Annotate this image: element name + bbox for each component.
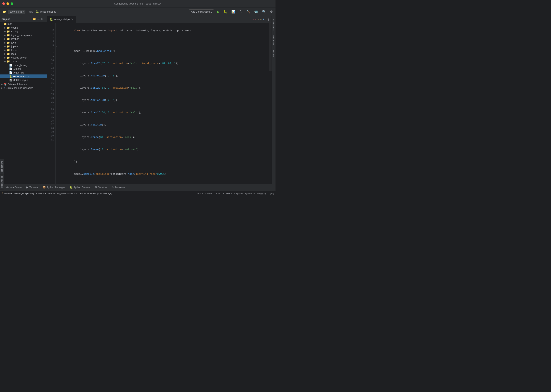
code-line-8: layers.Conv2D(64, 3, activation='relu'),	[59, 106, 272, 119]
debug-button[interactable]: 🐛	[222, 9, 229, 14]
folder-label: .java	[11, 41, 16, 44]
bottom-tab-services[interactable]: ⚙ Services	[93, 184, 109, 190]
download-speed: ↓ 36 B/s	[195, 192, 203, 195]
sidebar-tab-sciview[interactable]: SciView	[272, 47, 276, 60]
window-title: Connected to t9kuser's mnt – keras_mnist…	[114, 2, 161, 5]
code-editor[interactable]: 12345 678910 1112131415 1617181920 21222…	[47, 23, 272, 184]
tree-item-vscode-server[interactable]: ▶ 📁 .vscode-server	[0, 56, 47, 59]
bottom-tab-python-console[interactable]: 🐍 Python Console	[68, 184, 92, 190]
arrow-icon: ▶	[4, 30, 6, 33]
structure-tab[interactable]: Structure	[0, 159, 4, 174]
bottom-tab-problems[interactable]: ⚠ Problems	[110, 184, 127, 190]
cursor-position: 13:30	[214, 192, 220, 195]
docker-button[interactable]: 🐳	[253, 9, 259, 14]
sidebar-collapse-icon[interactable]: −	[44, 17, 46, 21]
library-icon: 📚	[4, 83, 7, 86]
ip-badge[interactable]: 100.64.4.56 ▾	[8, 10, 25, 14]
coverage-button[interactable]: 📊	[230, 9, 236, 14]
info-count-badge[interactable]: ℹ 1	[263, 18, 266, 21]
folder-icon: 📁	[7, 52, 10, 55]
bottom-tab-label: Python Console	[74, 186, 91, 189]
arrow-icon: ▶	[4, 34, 6, 36]
tree-item-ipython[interactable]: ▶ 📁 .ipython	[0, 37, 47, 41]
sidebar-tab-database[interactable]: Database	[272, 33, 276, 47]
bookmarks-tab[interactable]: Bookmarks	[0, 174, 4, 189]
tree-item-viminfo[interactable]: ▶ 📄 .viminfo	[0, 67, 47, 71]
run-button[interactable]: ▶	[216, 9, 221, 15]
editor-menu-icon[interactable]: ⋮	[267, 18, 270, 21]
folder-label: .config	[11, 30, 18, 33]
file-label: Untitled.ipynb	[13, 79, 28, 82]
code-line-2	[59, 37, 272, 41]
vertical-minimap[interactable]	[269, 23, 272, 184]
tab-label: keras_mnist.py	[54, 18, 70, 21]
tree-item-local[interactable]: ▶ 📁 .local	[0, 52, 47, 56]
file-label: .bash_history	[13, 64, 28, 67]
tree-item-keras-mnist[interactable]: ▶ 🐍 keras_mnist.py	[0, 74, 47, 78]
add-config-button[interactable]: Add Configuration...	[189, 9, 214, 14]
right-sidebars: Notifications Database SciView	[272, 16, 276, 184]
maximize-button[interactable]	[11, 2, 13, 5]
tree-item-external-libs[interactable]: ▶ 📚 External Libraries	[0, 82, 47, 86]
root-label: mnt	[7, 23, 12, 25]
folder-icon: 📁	[7, 34, 10, 37]
code-line-9: layers.Flatten(),	[59, 119, 272, 131]
python-packages-icon: 📦	[42, 186, 46, 189]
build-button[interactable]: 🔨	[245, 9, 251, 14]
folder-label: .cache	[11, 26, 18, 29]
arrow-icon: ▶	[4, 38, 6, 40]
path-mnt: mnt	[28, 10, 33, 13]
status-warning-text: External file changes sync may be slow: …	[4, 192, 112, 195]
sidebar-header: Project 📂 ☰ ⚙ −	[0, 16, 47, 22]
upload-speed: ↑76 B/s	[205, 192, 212, 195]
bottom-tab-version-control[interactable]: ⬆ Version Control	[1, 184, 24, 190]
tree-item-untitled-ipynb[interactable]: ▶ 📓 Untitled.ipynb	[0, 78, 47, 82]
error-count-badge[interactable]: ⚠ 6	[253, 18, 256, 21]
settings-button[interactable]: ⚙	[269, 9, 274, 14]
minimize-button[interactable]	[7, 2, 9, 5]
project-icon-btn[interactable]: 📁	[2, 9, 7, 14]
sidebar-folder-icon[interactable]: 📂	[33, 17, 36, 21]
profile-button[interactable]: ⏱	[238, 9, 244, 14]
code-line-6: layers.Conv2D(64, 3, activation='relu'),	[59, 82, 272, 94]
ip-dropdown-icon: ▾	[23, 11, 24, 13]
tab-keras-mnist[interactable]: 🐍 keras_mnist.py ✕	[47, 16, 76, 23]
tree-item-config[interactable]: ▶ 📁 .config	[0, 29, 47, 33]
code-content[interactable]: from tensorflow.keras import callbacks, …	[56, 23, 272, 184]
warning-count-badge[interactable]: ⚠ 9	[258, 18, 261, 21]
code-line-13: model.compile(optimizer=optimizers.Adam(…	[59, 168, 272, 180]
sidebar-filter-icon[interactable]: ☰	[37, 17, 40, 21]
sidebar-settings-icon[interactable]: ⚙	[41, 17, 42, 21]
path-separator-1: ›	[27, 10, 27, 13]
project-sidebar: Project 📂 ☰ ⚙ − ▾ 📁 mnt ▶ 📁 .cache ▶	[0, 16, 47, 184]
code-line-10: layers.Dense(64, activation='relu'),	[59, 131, 272, 143]
sidebar-tab-notifications[interactable]: Notifications	[272, 16, 276, 33]
arrow-icon: ▶	[4, 53, 6, 55]
sidebar-tree: ▾ 📁 mnt ▶ 📁 .cache ▶ 📁 .config ▶ 📁 .ipyn…	[0, 22, 47, 184]
arrow-icon: ▶	[4, 60, 6, 63]
bottom-tab-terminal[interactable]: ▶ Terminal	[24, 184, 40, 190]
code-line-11: layers.Dense(10, activation='softmax'),	[59, 143, 272, 156]
tree-item-keras[interactable]: ▶ 📁 .keras	[0, 48, 47, 52]
window-controls[interactable]	[2, 2, 13, 5]
code-line-3: ▷ model = models.Sequential([	[59, 41, 272, 57]
bottom-tab-python-packages[interactable]: 📦 Python Packages	[41, 184, 67, 190]
tree-item-cache[interactable]: ▶ 📁 .cache	[0, 26, 47, 29]
folder-label: .ipython	[11, 38, 19, 40]
tree-item-xuda[interactable]: ▶ 📁 .xuda	[0, 59, 47, 63]
tree-item-java[interactable]: ▶ 📁 .java	[0, 41, 47, 44]
tab-close-icon[interactable]: ✕	[71, 18, 73, 21]
tree-item-wget-hsts[interactable]: ▶ 📄 .wget-hsts	[0, 71, 47, 74]
tree-root-mnt[interactable]: ▾ 📁 mnt	[0, 22, 47, 26]
tree-item-scratches[interactable]: ▶ ✏ Scratches and Consoles	[0, 86, 47, 90]
search-button[interactable]: 🔍	[261, 9, 267, 14]
folder-icon: 📁	[7, 37, 10, 40]
close-button[interactable]	[2, 2, 5, 5]
code-line-12: ])	[59, 156, 272, 168]
tree-item-bash-history[interactable]: ▶ 📄 .bash_history	[0, 63, 47, 67]
folder-label: .vscode-server	[11, 56, 27, 59]
tree-item-ipynb-checkpoints[interactable]: ▶ 📁 .ipynb_checkpoints	[0, 33, 47, 37]
code-line-1: from tensorflow.keras import callbacks, …	[59, 25, 272, 37]
tree-item-jupyter[interactable]: ▶ 📁 .jupyter	[0, 44, 47, 48]
warning-count: 9	[260, 18, 261, 21]
